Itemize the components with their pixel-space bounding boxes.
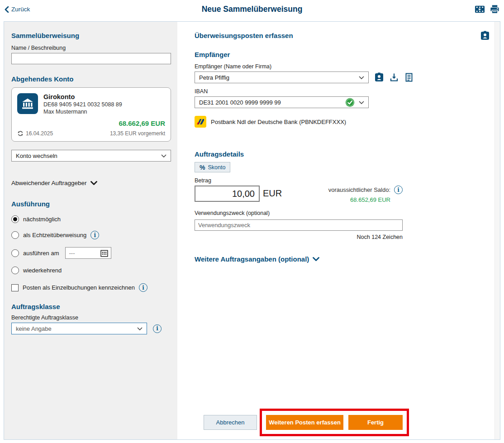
single-booking-row: Posten als Einzelbuchungen kennzeichnen … [11, 283, 171, 292]
content-frame: Sammelüberweisung Name / Beschreibung Ab… [4, 21, 500, 440]
bank-name: Postbank Ndl der Deutsche Bank [211, 119, 298, 125]
order-class-title: Auftragsklasse [11, 303, 171, 310]
switch-account-value: Konto wechseln [16, 152, 161, 159]
info-icon[interactable]: i [394, 186, 403, 194]
radio-ausfuehren-am[interactable] [11, 249, 19, 257]
scroll-gutter[interactable] [494, 22, 500, 439]
skonto-button[interactable]: % Skonto [195, 162, 230, 172]
recipient-select[interactable]: Petra Pfiffig [195, 71, 369, 83]
bank-bic: (PBNKDEFFXXX) [299, 119, 346, 125]
cancel-button[interactable]: Abbrechen [204, 415, 257, 430]
chevron-down-icon [313, 257, 319, 261]
details-section-title: Auftragsdetails [195, 150, 488, 158]
name-label: Name / Beschreibung [11, 45, 171, 51]
iban-value: DE31 2001 0020 9999 9999 99 [199, 99, 345, 106]
bank-icon [17, 93, 38, 114]
info-icon[interactable]: i [139, 283, 147, 292]
execution-date-input[interactable] [69, 250, 96, 257]
radio-label: nächstmöglich [23, 216, 61, 223]
execution-title: Ausführung [11, 200, 171, 208]
iban-label: IBAN [195, 88, 488, 95]
info-icon[interactable]: i [153, 324, 162, 333]
different-principal-label: Abweichender Auftraggeber [11, 180, 87, 186]
radio-row-echtzeit: als Echtzeitüberweisung i [11, 231, 171, 239]
radio-row-ausfuehren-am: ausführen am [11, 247, 171, 259]
single-booking-label: Posten als Einzelbuchungen kennzeichnen [23, 284, 135, 291]
template-list-icon[interactable] [404, 72, 414, 82]
sidebar: Sammelüberweisung Name / Beschreibung Ab… [4, 22, 177, 439]
account-card[interactable]: Girokonto DE68 9405 9421 0032 5088 89 Ma… [11, 87, 171, 142]
add-item-button[interactable]: Weiteren Posten erfassen [266, 415, 343, 430]
main-panel: Überweisungsposten erfassen Empfänger Em… [177, 22, 494, 439]
page-title: Neue Sammelüberweisung [0, 5, 504, 14]
valid-check-icon [345, 98, 355, 107]
contacts-icon[interactable] [374, 72, 384, 82]
order-class-value: keine Angabe [16, 325, 137, 332]
chars-remaining: Noch 124 Zeichen [195, 234, 403, 240]
calendar-icon[interactable] [100, 249, 109, 257]
order-class-select[interactable]: keine Angabe [11, 323, 147, 334]
radio-row-wiederkehrend: wiederkehrend [11, 267, 171, 274]
postbank-logo-icon [195, 116, 206, 128]
recipient-section-title: Empfänger [195, 51, 488, 58]
radio-label: wiederkehrend [23, 267, 62, 274]
print-icon[interactable] [490, 4, 500, 14]
recipient-label: Empfänger (Name oder Firma) [195, 63, 488, 70]
chevron-down-icon [359, 101, 364, 104]
order-class-label: Berechtigte Auftragsklasse [11, 314, 171, 321]
saldo-label: voraussichtlicher Saldo: [328, 186, 390, 193]
different-principal-expander[interactable]: Abweichender Auftraggeber [11, 180, 171, 186]
video-tutorial-icon[interactable] [475, 4, 485, 14]
recipient-value: Petra Pfiffig [199, 74, 359, 81]
import-download-icon[interactable] [389, 72, 399, 82]
currency-label: EUR [263, 188, 282, 199]
sidebar-title: Sammelüberweisung [11, 32, 171, 39]
amount-label: Betrag [195, 177, 488, 184]
name-input[interactable] [11, 53, 171, 64]
chevron-down-icon [359, 76, 364, 79]
radio-label: als Echtzeitüberweisung [23, 232, 86, 238]
outgoing-account-title: Abgehendes Konto [11, 75, 171, 83]
top-bar: Zurück Neue Sammelüberweisung [0, 0, 504, 21]
balance-date: 16.04.2025 [26, 130, 53, 137]
saldo-value: 68.652,69 EUR [328, 196, 403, 203]
account-type: Girokonto [43, 93, 122, 100]
account-balance: 68.662,69 EUR [17, 119, 165, 127]
refresh-icon[interactable] [17, 130, 24, 137]
highlight-box: Weiteren Posten erfassen Fertig [260, 409, 409, 436]
radio-wiederkehrend[interactable] [11, 267, 19, 274]
reserved-amount: 13,35 EUR vorgemerkt [110, 130, 165, 137]
purpose-label: Verwendungszweck (optional) [195, 210, 488, 216]
chevron-down-icon [90, 181, 97, 185]
chevron-down-icon [161, 154, 166, 157]
done-button[interactable]: Fertig [348, 415, 403, 430]
radio-label: ausführen am [23, 250, 59, 257]
execution-date-field[interactable] [65, 247, 111, 259]
percent-icon: % [200, 164, 205, 171]
bank-info-row: Postbank Ndl der Deutsche Bank (PBNKDEFF… [195, 116, 488, 128]
skonto-label: Skonto [208, 164, 225, 171]
radio-echtzeitueberweisung[interactable] [11, 231, 19, 239]
info-icon[interactable]: i [90, 231, 99, 239]
more-details-label: Weitere Auftragsangaben (optional) [195, 255, 309, 263]
amount-input[interactable] [195, 186, 260, 202]
chevron-down-icon [137, 327, 143, 330]
switch-account-select[interactable]: Konto wechseln [11, 150, 171, 162]
account-iban: DE68 9405 9421 0032 5088 89 [43, 101, 122, 108]
account-holder: Max Mustermann [43, 109, 122, 115]
more-details-expander[interactable]: Weitere Auftragsangaben (optional) [195, 255, 488, 263]
purpose-input[interactable] [195, 219, 403, 231]
address-book-icon[interactable] [480, 31, 490, 43]
iban-select[interactable]: DE31 2001 0020 9999 9999 99 [195, 96, 369, 108]
radio-naechstmoeglich[interactable] [11, 215, 19, 223]
radio-row-naechstmoeglich: nächstmöglich [11, 215, 171, 223]
single-booking-checkbox[interactable] [11, 284, 19, 291]
main-title: Überweisungsposten erfassen [195, 32, 293, 39]
